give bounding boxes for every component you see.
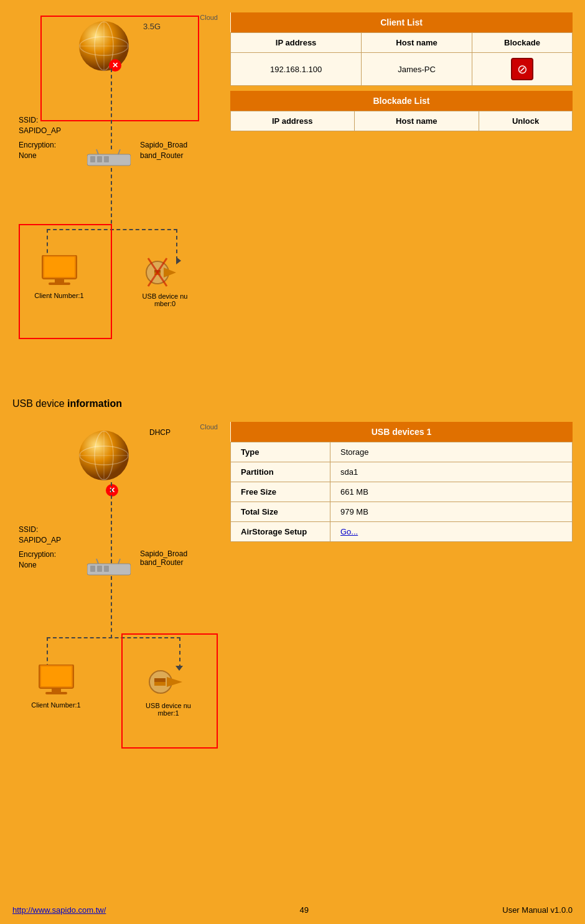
- usb-info-table: USB devices 1 Type Storage Partition sda…: [230, 422, 573, 542]
- blockade-list-title: Blockade List: [230, 91, 573, 111]
- usb-type-row: Type Storage: [231, 442, 573, 462]
- ssid-label-2: SSID:SAPIDO_AP: [19, 525, 61, 546]
- svg-rect-32: [45, 692, 67, 694]
- usb-partition-value: sda1: [330, 462, 573, 482]
- client-number-label-1: Client Number:1: [31, 292, 87, 299]
- cloud-label-1: Cloud: [200, 14, 218, 21]
- svg-rect-31: [52, 688, 61, 693]
- usb-freesize-row: Free Size 661 MB: [231, 482, 573, 502]
- svg-line-10: [118, 149, 120, 154]
- table-row: 192.168.1.100 James-PC: [231, 53, 573, 86]
- footer-version: User Manual v1.0.0: [502, 905, 573, 915]
- blockade-col-host: Host name: [354, 111, 479, 131]
- col-host-header: Host name: [362, 33, 472, 53]
- svg-rect-24: [90, 566, 95, 572]
- encryption-label-1: Encryption: None: [19, 140, 56, 161]
- monitor-icon-1: Client Number:1: [31, 255, 87, 299]
- client-list-table: Client List IP address Host name Blockad…: [230, 12, 573, 86]
- line-v-s2-1: [111, 482, 112, 563]
- line-v-2: [111, 168, 112, 230]
- svg-rect-8: [104, 156, 109, 162]
- footer-page-number: 49: [300, 905, 309, 915]
- usb-type-value: Storage: [330, 442, 573, 462]
- encryption-label-2: Encryption:None: [19, 549, 56, 571]
- usb-totalsize-label: Total Size: [231, 502, 330, 522]
- client-ip: 192.168.1.100: [231, 53, 362, 86]
- svg-rect-26: [104, 566, 109, 572]
- usb-section-title: USB device information: [12, 398, 573, 409]
- blockade-col-unlock: Unlock: [479, 111, 573, 131]
- router-label-1: Sapido_Broad band_Router: [140, 140, 187, 161]
- usb-partition-label: Partition: [231, 462, 330, 482]
- usb-totalsize-row: Total Size 979 MB: [231, 502, 573, 522]
- cloud-label-2: Cloud: [200, 423, 218, 431]
- usb-freesize-value: 661 MB: [330, 482, 573, 502]
- usb-totalsize-value: 979 MB: [330, 502, 573, 522]
- router-icon-2: [87, 558, 131, 578]
- section1-diagram: Cloud: [12, 12, 224, 361]
- usb-partition-row: Partition sda1: [231, 462, 573, 482]
- page-footer: http://www.sapido.com.tw/ 49 User Manual…: [0, 905, 585, 915]
- svg-line-27: [96, 559, 98, 564]
- svg-rect-6: [90, 156, 95, 162]
- col-blockade-header: Blockade: [472, 33, 573, 53]
- usb-type-label: Type: [231, 442, 330, 462]
- globe-icon-2: [78, 429, 131, 482]
- usb-icon-2: USB device nu mber:1: [139, 665, 198, 717]
- blockade-button[interactable]: [511, 58, 533, 80]
- usb-info-title: USB devices 1: [231, 422, 573, 442]
- blockade-col-ip: IP address: [231, 111, 355, 131]
- section2-diagram: Cloud: [12, 422, 224, 770]
- usb-airstorage-label: AirStorage Setup: [231, 522, 330, 542]
- svg-rect-7: [97, 156, 102, 162]
- svg-rect-13: [55, 279, 64, 283]
- svg-rect-30: [41, 666, 72, 686]
- section2-table-area: USB devices 1 Type Storage Partition sda…: [230, 422, 573, 770]
- usb-airstorage-link[interactable]: Go...: [330, 522, 573, 542]
- svg-rect-14: [49, 282, 70, 285]
- svg-line-9: [96, 149, 98, 154]
- x-badge-2: ✕: [106, 484, 118, 497]
- svg-rect-25: [97, 566, 102, 572]
- blockade-list-table: IP address Host name Unlock: [230, 111, 573, 131]
- blockade-list-section: Blockade List IP address Host name Unloc…: [230, 91, 573, 131]
- usb-airstorage-row: AirStorage Setup Go...: [231, 522, 573, 542]
- client-list-title: Client List: [231, 12, 573, 33]
- usb-icon-1: USB device nu mber:0: [137, 255, 193, 307]
- line-v-1: [111, 68, 112, 149]
- dhcp-label: DHCP: [149, 428, 171, 437]
- client-number-label-2: Client Number:1: [28, 701, 84, 709]
- usb-device-label-2: USB device nu mber:1: [139, 702, 198, 717]
- monitor-icon-2: Client Number:1: [28, 665, 84, 709]
- footer-link[interactable]: http://www.sapido.com.tw/: [12, 905, 106, 915]
- router-label-2: Sapido_Broad band_Router: [140, 549, 187, 567]
- router-icon-1: [87, 148, 131, 169]
- section1-tables: Client List IP address Host name Blockad…: [230, 12, 573, 361]
- globe-icon-1: [78, 20, 131, 73]
- blockade-cell: [472, 53, 573, 86]
- client-host: James-PC: [362, 53, 472, 86]
- data-speed-1: 3.5G: [143, 22, 161, 31]
- col-ip-header: IP address: [231, 33, 362, 53]
- svg-line-28: [118, 559, 120, 564]
- line-v-s2-2: [111, 576, 112, 638]
- usb-device-label-1: USB device nu mber:0: [137, 292, 193, 307]
- ssid-label-1: SSID: SAPIDO_AP: [19, 115, 61, 136]
- svg-rect-12: [44, 257, 75, 277]
- usb-freesize-label: Free Size: [231, 482, 330, 502]
